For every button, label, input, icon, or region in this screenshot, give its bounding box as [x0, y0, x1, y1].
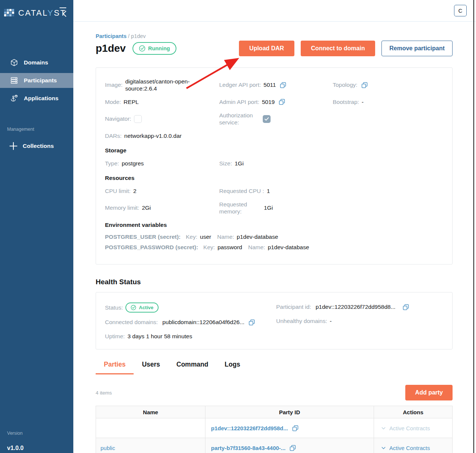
column-header-name: Name — [96, 406, 205, 418]
sidebar-item-label: Participants — [24, 77, 57, 84]
field-authorization-service: Authorization service: — [219, 112, 333, 126]
copy-icon[interactable] — [403, 304, 409, 310]
sidebar-item-label: Domains — [24, 59, 48, 66]
field-cpu-limit: CPU limit: 2 — [105, 187, 219, 196]
tab-logs[interactable]: Logs — [217, 361, 249, 374]
active-contracts-label: Active Contracts — [389, 425, 430, 431]
field-label: Topology: — [333, 82, 357, 88]
env-var-name: POSTGRES_USER (secret): — [105, 234, 181, 240]
resources-heading: Resources — [105, 175, 443, 181]
field-label: Memory limit: — [105, 205, 139, 211]
status-badge: Running — [132, 42, 176, 55]
field-value: - — [362, 99, 364, 105]
field-storage-type: Type: postgres — [105, 159, 219, 168]
field-unhealthy-domains: Unhealthy domains: - — [276, 317, 443, 326]
field-uptime: Uptime: 3 days 1 hour 58 minutes — [105, 332, 276, 341]
version-value: v1.0.0 — [7, 445, 23, 452]
party-id-link[interactable]: party-b7f31560-8a43-4400-... — [211, 445, 285, 451]
field-label: CPU limit: — [105, 188, 131, 194]
brand-logo: CATALYST — [4, 7, 66, 19]
sidebar-collapse-icon[interactable] — [62, 10, 67, 19]
sidebar-item-label: Applications — [24, 95, 58, 102]
tab-parties[interactable]: Parties — [96, 361, 134, 374]
server-stack-icon — [10, 76, 19, 85]
sidebar-item-applications[interactable]: Applications — [0, 91, 73, 106]
field-label: Unhealthy domains: — [276, 318, 327, 324]
copy-icon[interactable] — [280, 82, 286, 88]
field-label: Type: — [105, 160, 119, 167]
party-name[interactable]: public — [96, 438, 205, 453]
field-value: - — [330, 318, 332, 324]
table-row: public party-b7f31560-8a43-4400-... Acti… — [96, 438, 453, 453]
sidebar-item-label: Collections — [23, 143, 54, 149]
field-bootstrap: Bootstrap: - — [333, 98, 443, 107]
header-actions: Upload DAR Connect to domain Remove part… — [239, 41, 453, 56]
field-value: p1dev::12203226f72dd958d8... — [316, 304, 396, 310]
table-header-row: Name Party ID Actions — [96, 406, 453, 418]
field-label: Admin API port: — [219, 99, 259, 105]
field-label: DARs: — [105, 133, 122, 139]
active-badge: Active — [125, 302, 159, 313]
participant-details-card: Image: digitalasset/canton-open-source:2… — [96, 67, 453, 264]
env-key-label: Key: — [203, 244, 215, 251]
breadcrumb-current: / p1dev — [127, 33, 146, 39]
field-value: postgres — [122, 160, 144, 167]
field-requested-memory: Requested memory: 1Gi — [219, 201, 333, 215]
party-name — [96, 418, 205, 438]
page-title: p1dev — [96, 42, 126, 54]
version-label: Version — [7, 431, 23, 436]
field-value: 3 days 1 hour 58 minutes — [127, 333, 192, 340]
field-value: 1Gi — [234, 160, 243, 167]
items-count: 4 items — [96, 390, 112, 396]
field-navigator: Navigator: — [105, 112, 219, 126]
anchor-icon — [10, 94, 19, 102]
field-label: Uptime: — [105, 333, 125, 340]
field-value: 5019 — [262, 99, 275, 105]
sidebar-item-domains[interactable]: Domains — [0, 55, 73, 70]
topbar: C — [73, 0, 476, 22]
connect-to-domain-button[interactable]: Connect to domain — [301, 41, 375, 56]
check-circle-icon — [139, 45, 146, 52]
column-header-party-id: Party ID — [205, 406, 374, 418]
add-party-button[interactable]: Add party — [405, 385, 453, 400]
remove-participant-button[interactable]: Remove participant — [381, 41, 453, 56]
plus-icon — [9, 142, 18, 151]
field-requested-cpu: Requested CPU : 1 — [219, 187, 333, 196]
field-value: 1 — [267, 188, 270, 194]
field-admin-api-port: Admin API port: 5019 — [219, 98, 333, 107]
authorization-service-checkbox[interactable] — [263, 115, 271, 123]
copy-icon[interactable] — [361, 82, 368, 88]
field-value: 2 — [133, 188, 137, 194]
active-badge-label: Active — [139, 305, 153, 310]
upload-dar-button[interactable]: Upload DAR — [239, 41, 294, 56]
party-id-link[interactable]: p1dev::12203226f72dd958d... — [211, 425, 288, 431]
field-label: Status: — [105, 304, 123, 311]
active-contracts-label: Active Contracts — [389, 445, 430, 451]
sidebar-item-collections[interactable]: Collections — [0, 139, 73, 153]
field-value: publicdomain::12206a04f6d26... — [162, 319, 245, 326]
active-contracts-dropdown[interactable]: Active Contracts — [381, 425, 452, 431]
breadcrumb-participants-link[interactable]: Participants — [96, 33, 127, 39]
parties-table: Name Party ID Actions p1dev::12203226f72… — [96, 406, 453, 453]
chevron-down-icon — [381, 446, 386, 450]
active-contracts-dropdown[interactable]: Active Contracts — [381, 445, 452, 451]
field-label: Requested memory: — [219, 201, 255, 215]
field-label: Authorization service: — [219, 112, 260, 126]
field-value: 1Gi — [264, 205, 273, 211]
health-status-heading: Health Status — [96, 278, 453, 286]
field-label: Size: — [219, 160, 232, 167]
tab-users[interactable]: Users — [134, 361, 168, 374]
copy-icon[interactable] — [292, 425, 298, 431]
navigator-checkbox[interactable] — [134, 115, 142, 123]
copy-icon[interactable] — [249, 319, 255, 326]
copy-icon[interactable] — [290, 445, 296, 451]
field-label: Image: — [105, 82, 122, 88]
check-circle-icon — [131, 305, 136, 310]
user-avatar-button[interactable]: C — [454, 5, 467, 16]
copy-icon[interactable] — [279, 99, 285, 105]
field-value: networkapp-v1.0.0.dar — [124, 133, 182, 139]
storage-heading: Storage — [105, 147, 443, 154]
tab-command[interactable]: Command — [168, 361, 217, 374]
field-value: digitalasset/canton-open-source:2.6.4 — [125, 78, 197, 92]
sidebar-item-participants[interactable]: Participants — [0, 73, 73, 88]
